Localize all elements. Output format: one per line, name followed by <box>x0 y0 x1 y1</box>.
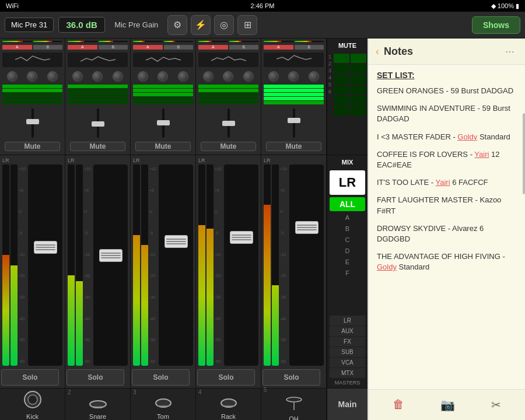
master-mute-column: MUTE 1 2 3 4 5 6 <box>327 38 368 155</box>
shows-button[interactable]: Shows <box>472 16 520 34</box>
grid-icon[interactable]: ⊞ <box>237 15 257 35</box>
circle-icon[interactable]: ◎ <box>214 15 234 35</box>
ch4-fader-track[interactable] <box>224 164 258 366</box>
aux-master-btn[interactable]: AUX <box>330 326 365 336</box>
ch1-lr-label: LR <box>1 158 64 163</box>
gear-icon[interactable]: ⚙ <box>167 15 187 35</box>
notes-share-button[interactable]: ✂ <box>487 396 506 414</box>
notes-back-button[interactable]: ‹ <box>376 46 379 58</box>
ch5-mute-button[interactable]: Mute <box>266 142 321 151</box>
ch3-vu-bar1 <box>133 41 163 42</box>
ch3-mini-fader[interactable] <box>162 108 164 138</box>
notes-delete-button[interactable]: 🗑 <box>388 396 409 414</box>
ch2-top: A B <box>65 38 131 155</box>
ch5-fader-track[interactable] <box>289 164 324 366</box>
list-item: FART LAUGHTER MASTER - Kazoo F#RT <box>377 195 517 216</box>
channel-label: Mic Pre 31 <box>5 18 54 32</box>
ch2-mini-fader[interactable] <box>97 108 99 138</box>
ch3-fader-track[interactable] <box>159 164 193 366</box>
gain-label: Mic Pre Gain <box>110 18 163 32</box>
sub-master-btn[interactable]: SUB <box>330 347 365 357</box>
ch3-top: A B <box>131 38 196 155</box>
ch2-fader-scale: +10 +5 U -5 -10 -20 -30 -40 -50 -60 <box>84 164 92 366</box>
ch1-fader-track[interactable] <box>28 164 62 366</box>
ch4-solo-button[interactable]: Solo <box>197 369 255 386</box>
ch1-top: A B <box>0 38 65 155</box>
ch3-level-meter2 <box>141 164 148 366</box>
notes-title: Notes <box>384 46 502 58</box>
list-item: COFFEE IS FOR LOVERS - Yairi 12 EAC#EAE <box>377 149 517 170</box>
bus-c-btn[interactable]: C <box>330 235 365 245</box>
bluetooth-icon: ◆ <box>491 2 498 9</box>
ch4-name: Rack <box>221 413 236 420</box>
ch5-number: 5 <box>261 387 267 393</box>
mute-header: MUTE <box>327 38 368 52</box>
ch5-lr-label: LR <box>262 158 325 163</box>
ch4-vu-meters <box>198 41 258 42</box>
bus-a-btn[interactable]: A <box>330 212 365 223</box>
ch2-mute-button[interactable]: Mute <box>70 142 125 151</box>
ch3-solo-button[interactable]: Solo <box>132 369 190 386</box>
battery-icon: ▮ <box>516 2 519 9</box>
master-mix-column: MIX LR ALL A B C D E F LR AUX FX SUB VCA <box>327 155 368 388</box>
list-item: SWIMMING IN ADVENTURE - 59 Burst DADGAD <box>377 103 517 124</box>
ch4-level-meter <box>198 164 205 366</box>
ch2-fader-thumb[interactable] <box>99 249 123 262</box>
ch4-number: 4 <box>196 389 202 396</box>
set-list-header: SET LIST: <box>377 71 517 80</box>
ch1-fader-strip: LR +10 +5 U -5 -10 <box>0 155 65 388</box>
time-display: 2:46 PM <box>251 2 275 9</box>
sliders-icon[interactable]: ⚡ <box>191 15 211 35</box>
kick-icon <box>23 390 42 411</box>
notes-panel: ‹ Notes ⋯ SET LIST: GREEN ORANGES - 59 B… <box>368 38 525 420</box>
channel-labels-row: Kick 2 Snare 3 Tom 4 <box>0 388 368 420</box>
ch5-name: OH <box>289 415 299 421</box>
ch2-fader-track[interactable] <box>93 164 128 366</box>
ch2-solo-button[interactable]: Solo <box>66 369 124 386</box>
ch5-solo-button[interactable]: Solo <box>262 369 320 386</box>
ch4-lr-label: LR <box>197 158 260 163</box>
ch3-mute-button[interactable]: Mute <box>135 142 191 151</box>
ch4-mini-fader[interactable] <box>228 108 230 138</box>
bus-e-btn[interactable]: E <box>330 257 365 267</box>
all-button[interactable]: ALL <box>330 197 365 211</box>
main-content: A B <box>0 38 525 420</box>
ch1-vu-bar1 <box>2 41 32 42</box>
ch4-fader-strip: LR +10 +5 U -5 -10 -20 -30 <box>196 155 261 388</box>
ch2-level-meter2 <box>76 164 83 366</box>
ch5-fader-thumb[interactable] <box>295 221 318 234</box>
lr-button[interactable]: LR <box>330 170 365 195</box>
notes-action-button[interactable]: ⋯ <box>502 43 518 60</box>
main-label-cell: Main <box>327 388 368 420</box>
notes-scrollbar[interactable] <box>523 113 525 194</box>
fader-section: LR +10 +5 U -5 -10 <box>0 155 368 388</box>
ch5-top: A B <box>261 38 327 155</box>
ch2-label-cell: 2 Snare <box>65 388 131 420</box>
ch3-number: 3 <box>131 389 136 396</box>
svg-point-1 <box>28 395 37 404</box>
ch1-mini-fader[interactable] <box>32 108 34 138</box>
bus-f-btn[interactable]: F <box>330 268 365 278</box>
ch5-mini-fader[interactable] <box>293 108 295 138</box>
mtx-master-btn[interactable]: MTX <box>330 368 365 378</box>
ch2-name: Snare <box>89 413 106 420</box>
ch1-mute-button[interactable]: Mute <box>5 142 60 151</box>
notes-content: SET LIST: GREEN ORANGES - 59 Burst DADGA… <box>369 65 525 389</box>
ch4-fader-thumb[interactable] <box>230 231 253 244</box>
ch4-mute-button[interactable]: Mute <box>201 142 256 151</box>
list-item: DROWSY SKYDIVE - Alvarez 6 DGDGBD <box>377 223 517 244</box>
ch1-level-meter2 <box>10 164 18 366</box>
ch1-fader-thumb[interactable] <box>34 241 57 254</box>
bus-b-btn[interactable]: B <box>330 223 365 234</box>
vca-master-btn[interactable]: VCA <box>330 358 365 368</box>
ch4-vu-bar1 <box>198 41 228 42</box>
ch5-fader-strip: LR +10 +5 U -5 -10 -20 -30 <box>261 155 327 388</box>
ch5-vu-meters <box>264 41 324 42</box>
bus-d-btn[interactable]: D <box>330 246 365 256</box>
notes-camera-button[interactable]: 📷 <box>436 396 460 414</box>
ch1-solo-button[interactable]: Solo <box>1 369 59 386</box>
ch3-fader-thumb[interactable] <box>164 235 188 248</box>
lr-master-btn[interactable]: LR <box>330 316 365 326</box>
fx-master-btn[interactable]: FX <box>330 337 365 346</box>
notes-header: ‹ Notes ⋯ <box>369 38 525 65</box>
